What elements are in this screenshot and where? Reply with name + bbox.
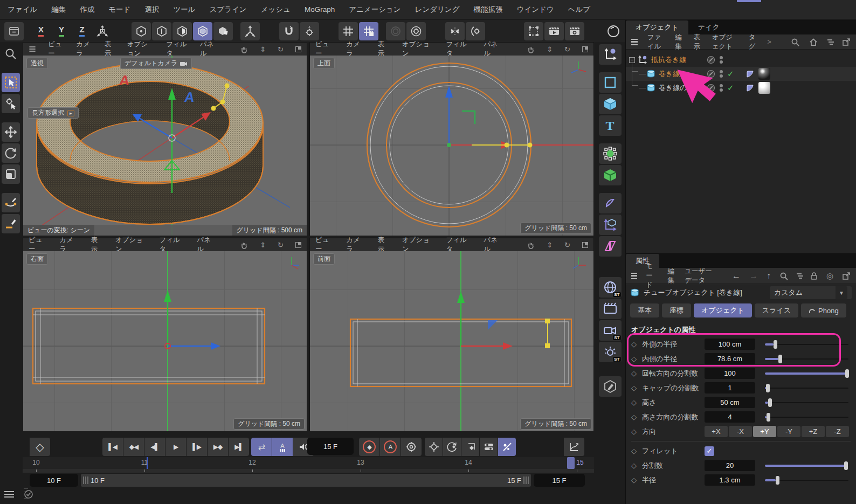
- enabled-check-icon[interactable]: ✓: [727, 83, 734, 93]
- generator-icon[interactable]: [599, 143, 622, 164]
- fillet-segments-field[interactable]: 20: [705, 460, 755, 471]
- null-object-icon[interactable]: [599, 44, 622, 65]
- visibility-dots[interactable]: [720, 70, 723, 78]
- orbit-icon[interactable]: ↻: [278, 45, 284, 53]
- keyframe-settings-button[interactable]: [401, 438, 422, 456]
- object-name[interactable]: 抵抗巻き線: [651, 55, 686, 65]
- tweak-tool-icon[interactable]: [2, 94, 20, 113]
- key-diamond-icon[interactable]: ◇: [626, 427, 642, 436]
- tab-object[interactable]: オブジェクト: [694, 303, 752, 317]
- object-row-coil-base[interactable]: 巻き線の土台.. ✓: [626, 81, 856, 95]
- points-mode-icon[interactable]: [132, 22, 151, 40]
- outer-radius-field[interactable]: 100 cm: [705, 339, 755, 350]
- am-lock-icon[interactable]: [810, 272, 818, 280]
- chevron-down-icon[interactable]: ▼: [836, 286, 847, 299]
- orientation-plus-x[interactable]: +X: [705, 426, 728, 437]
- orientation-minus-y[interactable]: -Y: [777, 426, 800, 437]
- om-home-icon[interactable]: [809, 38, 818, 46]
- key-scale-button[interactable]: [461, 438, 479, 456]
- prev-key-button[interactable]: ◆◀: [123, 438, 144, 456]
- menu-spline[interactable]: スプライン: [210, 5, 247, 15]
- scale-tool-icon[interactable]: [2, 164, 20, 184]
- camera-object-icon[interactable]: ST: [599, 320, 622, 341]
- modeling-axis-icon[interactable]: [599, 215, 622, 235]
- material-thumbnail[interactable]: [758, 68, 770, 80]
- edit-disabled-icon[interactable]: [707, 56, 715, 64]
- object-name[interactable]: 巻き線の土台..: [659, 83, 705, 93]
- symmetry-icon[interactable]: [445, 22, 465, 40]
- make-keyframe-button[interactable]: ◇: [30, 438, 50, 456]
- range-left-handle[interactable]: [83, 477, 88, 484]
- key-parameter-button[interactable]: [480, 438, 498, 456]
- key-pla-button[interactable]: [498, 438, 516, 456]
- inner-radius-slider[interactable]: [765, 355, 848, 363]
- material-thumbnail[interactable]: [758, 82, 770, 94]
- goto-start-button[interactable]: ▌◀: [102, 438, 123, 456]
- key-rotation-button[interactable]: [443, 438, 461, 456]
- key-diamond-icon[interactable]: ◇: [626, 340, 642, 348]
- render-region-icon[interactable]: [524, 22, 543, 40]
- am-menu-edit[interactable]: 編集: [667, 267, 676, 285]
- maximize-view-icon[interactable]: [295, 242, 301, 248]
- volume-cube-icon[interactable]: [599, 165, 622, 185]
- display-tag-icon[interactable]: [746, 84, 754, 92]
- timeline-range-bar[interactable]: 10 F 15 F: [81, 474, 531, 487]
- menu-help[interactable]: ヘルプ: [568, 5, 590, 15]
- play-button[interactable]: ▶: [165, 438, 186, 456]
- playhead[interactable]: [567, 457, 575, 469]
- dolly-icon[interactable]: ⇕: [260, 241, 266, 249]
- loop-mode-button[interactable]: ⇄: [251, 438, 272, 456]
- viewport-front-canvas[interactable]: 前面 グリッド間隔 : 50 cm: [310, 251, 593, 431]
- height-field[interactable]: 50 cm: [705, 397, 755, 408]
- next-frame-button[interactable]: ▌▶: [187, 438, 207, 456]
- edges-mode-icon[interactable]: [152, 22, 171, 40]
- om-menu-view[interactable]: 表示: [693, 33, 702, 51]
- am-menu-mode[interactable]: モード: [646, 262, 659, 289]
- om-menu-file[interactable]: ファイル: [647, 33, 665, 51]
- hamburger-icon[interactable]: [631, 273, 637, 279]
- hamburger-icon[interactable]: [631, 39, 638, 45]
- om-external-icon[interactable]: [842, 38, 851, 46]
- menu-extensions[interactable]: 機能拡張: [474, 5, 503, 15]
- tab-basic[interactable]: 基本: [630, 303, 659, 317]
- orbit-icon[interactable]: ↻: [564, 241, 570, 249]
- key-diamond-icon[interactable]: ◇: [626, 461, 642, 470]
- move-tool-icon[interactable]: [2, 122, 20, 142]
- model-mode-icon[interactable]: [193, 22, 212, 40]
- render-options-icon[interactable]: [406, 22, 426, 40]
- interactive-render-icon[interactable]: [386, 22, 405, 40]
- polygons-mode-icon[interactable]: [172, 22, 192, 40]
- mograph-icon[interactable]: [599, 236, 622, 257]
- material-sphere-icon[interactable]: [604, 22, 623, 40]
- am-menu-userdata[interactable]: ユーザーデータ: [685, 267, 715, 285]
- menu-mesh[interactable]: メッシュ: [261, 5, 291, 15]
- menu-create[interactable]: 作成: [80, 5, 94, 15]
- object-name[interactable]: 巻き線: [659, 69, 680, 79]
- rotation-segments-field[interactable]: 100: [705, 368, 755, 379]
- preset-dropdown[interactable]: カスタム▼: [770, 286, 852, 299]
- key-diamond-icon[interactable]: ◇: [626, 413, 642, 421]
- sky-object-icon[interactable]: ST: [599, 277, 622, 298]
- parent-up-icon[interactable]: ↑: [767, 271, 771, 281]
- menu-tools[interactable]: ツール: [173, 5, 195, 15]
- history-back-icon[interactable]: ←: [732, 271, 741, 281]
- key-diamond-icon[interactable]: ◇: [626, 355, 642, 363]
- fillet-radius-field[interactable]: 1.3 cm: [705, 474, 755, 486]
- om-filter-icon[interactable]: [827, 39, 832, 45]
- om-menu-edit[interactable]: 編集: [675, 33, 684, 51]
- height-slider[interactable]: [765, 398, 848, 407]
- menu-mode[interactable]: モード: [108, 5, 130, 15]
- pan-hand-icon[interactable]: [527, 241, 535, 249]
- key-diamond-icon[interactable]: ◇: [626, 398, 642, 406]
- tool-hint-expand-icon[interactable]: ▸: [67, 110, 74, 116]
- menu-animation[interactable]: アニメーション: [349, 5, 401, 15]
- menu-mograph[interactable]: MoGraph: [305, 5, 335, 13]
- menu-file[interactable]: ファイル: [8, 5, 37, 15]
- inner-radius-field[interactable]: 78.6 cm: [705, 353, 755, 364]
- outer-radius-slider[interactable]: [765, 340, 848, 349]
- om-search-icon[interactable]: [791, 38, 799, 46]
- timeline-ruler[interactable]: 10 11 12 13 14 15: [23, 457, 594, 469]
- visibility-dots[interactable]: [720, 84, 723, 92]
- maximize-view-icon[interactable]: [582, 46, 588, 52]
- key-diamond-icon[interactable]: ◇: [626, 384, 642, 392]
